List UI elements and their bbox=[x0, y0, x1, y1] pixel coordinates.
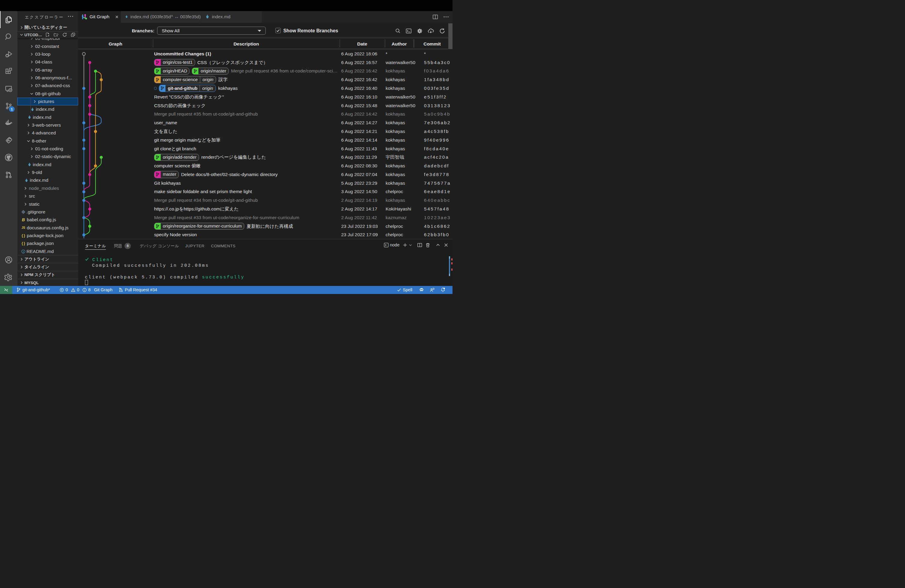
svg-text:1: 1 bbox=[11, 107, 13, 111]
